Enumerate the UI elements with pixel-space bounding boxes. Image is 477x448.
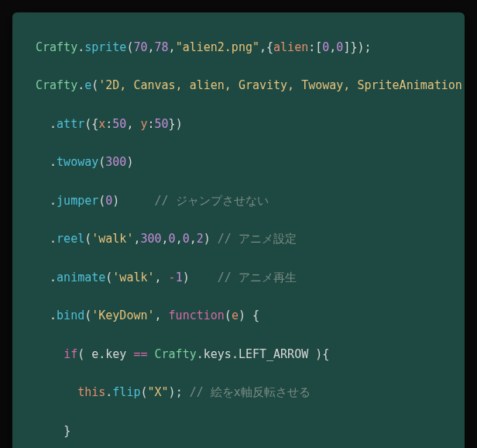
code-line: .reel('walk',300,0,0,2) // アニメ設定 (36, 229, 465, 249)
comment: // アニメ再生 (218, 271, 297, 284)
comment: // アニメ設定 (218, 232, 297, 246)
method-call: sprite (84, 40, 126, 54)
identifier: Crafty (36, 40, 77, 54)
comment: // 絵をx軸反転させる (183, 385, 311, 399)
code-line: } (36, 422, 465, 441)
code-line: Crafty.sprite(70,78,"alien2.png",{alien:… (36, 38, 465, 57)
code-line: .jumper(0) // ジャンプさせない (36, 191, 465, 211)
comment: // ジャンプさせない (155, 194, 269, 208)
code-line: Crafty.e('2D, Canvas, alien, Gravity, Tw… (36, 76, 465, 95)
code-line: .animate('walk', -1) // アニメ再生 (36, 268, 465, 288)
code-line: .bind('KeyDown', function(e) { (36, 306, 465, 326)
code-line: this.flip("X"); // 絵をx軸反転させる (36, 383, 465, 402)
code-line: .twoway(300) (36, 153, 465, 172)
code-editor: Crafty.sprite(70,78,"alien2.png",{alien:… (12, 12, 465, 448)
code-line: .attr({x:50, y:50}) (36, 115, 465, 134)
code-line: if( e.key == Crafty.keys.LEFT_ARROW ){ (36, 345, 465, 364)
